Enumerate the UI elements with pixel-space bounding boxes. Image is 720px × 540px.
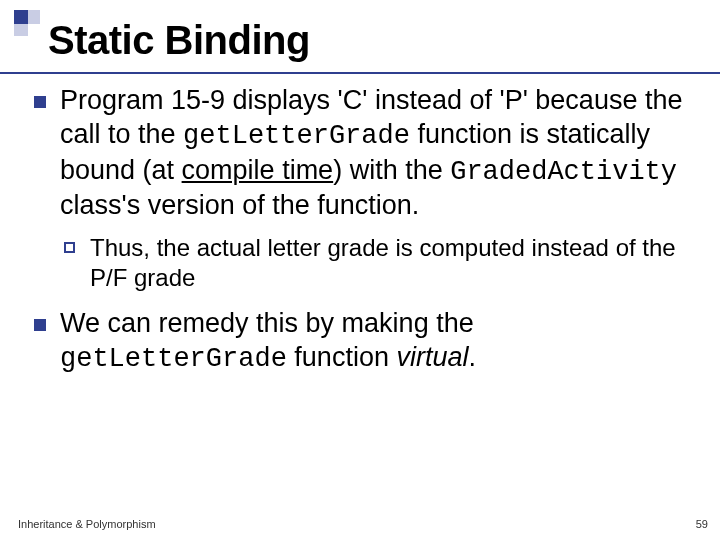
body-text: ) with the	[333, 155, 450, 185]
body-text: We can remedy this by making the	[60, 308, 474, 338]
square-bullet-icon	[34, 319, 46, 331]
hollow-square-bullet-icon	[64, 242, 75, 253]
accent-dark-square	[14, 10, 28, 24]
slide-body: Program 15-9 displays 'C' instead of 'P'…	[30, 84, 706, 387]
body-text: .	[468, 342, 476, 372]
accent-light-square	[14, 24, 28, 36]
slide-number: 59	[696, 518, 708, 530]
underlined-text: compile time	[182, 155, 334, 185]
title-rule	[0, 72, 720, 74]
bullet-item: We can remedy this by making the getLett…	[30, 307, 706, 377]
square-bullet-icon	[34, 96, 46, 108]
accent-block	[14, 10, 40, 36]
slide-title: Static Binding	[48, 18, 310, 63]
code-text: getLetterGrade	[183, 121, 410, 151]
sub-bullet-item: Thus, the actual letter grade is compute…	[30, 233, 706, 293]
bullet-item: Program 15-9 displays 'C' instead of 'P'…	[30, 84, 706, 223]
body-text: class's version of the function.	[60, 190, 419, 220]
footer-topic: Inheritance & Polymorphism	[18, 518, 156, 530]
code-text: getLetterGrade	[60, 344, 287, 374]
body-text: Thus, the actual letter grade is compute…	[90, 234, 676, 291]
body-text: function	[287, 342, 397, 372]
accent-light-square	[28, 10, 40, 24]
slide: Static Binding Program 15-9 displays 'C'…	[0, 0, 720, 540]
italic-text: virtual	[396, 342, 468, 372]
code-text: GradedActivity	[450, 157, 677, 187]
